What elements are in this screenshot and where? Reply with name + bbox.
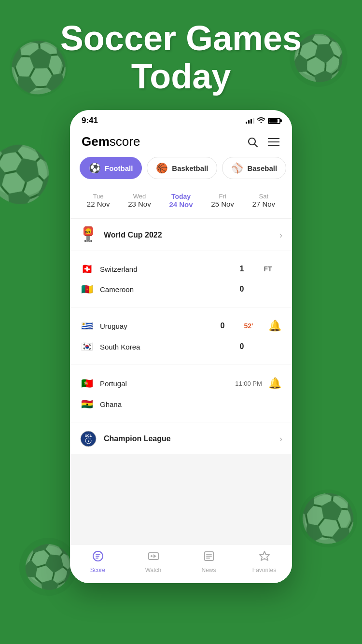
tab-basketball-label: Basketball [172,164,208,172]
date-sat[interactable]: Sat 27 Nov [249,191,279,210]
match-row-cameroon: 🇨🇲 Cameroon 0 [80,279,282,299]
hero-title: Soccer Games Today [60,19,302,96]
live-minute: 52' [244,322,253,330]
ghana-name: Ghana [100,400,236,408]
nav-watch[interactable]: Watch [125,550,181,574]
tab-football-label: Football [105,164,133,172]
logo-bold: Gem [82,134,110,149]
match-live-status: 52' [234,322,263,330]
portugal-flag: 🇵🇹 [80,376,94,391]
nav-score[interactable]: Score [70,550,125,574]
date-today-num: 24 Nov [169,200,193,209]
tab-baseball[interactable]: ⚾ Baseball [222,157,286,179]
league-world-cup-info: WC 2022 World Cup 2022 [80,226,162,244]
score-nav-label: Score [90,567,105,574]
svg-point-18 [151,555,153,557]
date-selector: Tue 22 Nov Wed 23 Nov Today 24 Nov Fri 2… [70,187,292,219]
news-nav-label: News [201,567,216,574]
switzerland-score: 1 [236,265,248,273]
date-today-day: Today [171,193,191,200]
watch-nav-label: Watch [145,567,162,574]
portugal-bell-icon: 🔔 [268,377,281,390]
upcoming-time: 11:00 PM [235,380,262,387]
match-row-switzerland: 🇨🇭 Switzerland 1 FT [80,259,282,279]
date-tue-day: Tue [93,193,104,200]
date-wed-num: 23 Nov [128,200,151,208]
switzerland-flag: 🇨🇭 [80,262,94,276]
match-portugal-ghana: 🇵🇹 Portugal 11:00 PM 🔔 🇬🇭 Ghana [70,365,292,422]
menu-button[interactable] [267,135,280,149]
app-header: Gemscore [70,129,292,157]
tab-basketball[interactable]: 🏀 Basketball [147,157,217,179]
svg-text:WC: WC [85,230,92,234]
status-bar: 9:41 [70,110,292,129]
svg-line-1 [255,144,258,147]
battery-icon [268,118,280,124]
champion-league-name: Champion League [104,434,171,443]
score-nav-icon [92,550,104,565]
cameroon-score: 0 [236,285,248,294]
southkorea-score: 0 [236,342,248,351]
cameroon-flag: 🇨🇲 [80,282,94,296]
match-uruguay-southkorea: 🇺🇾 Uruguay 0 52' 🔔 🇰🇷 South Korea 0 [70,308,292,364]
match-upcoming-status: 11:00 PM [234,380,263,387]
date-tue[interactable]: Tue 22 Nov [83,191,114,210]
cameroon-name: Cameroon [100,285,236,294]
world-cup-name: World Cup 2022 [104,231,162,239]
bell-icon: 🔔 [268,320,281,332]
favorites-nav-icon [259,550,270,565]
uruguay-bell-button[interactable]: 🔔 [267,318,282,334]
bottom-nav: Score Watch News [70,544,292,583]
nav-favorites[interactable]: Favorites [237,550,292,574]
date-sat-day: Sat [259,193,269,200]
southkorea-flag: 🇰🇷 [80,339,94,354]
watch-nav-icon [148,550,159,565]
date-fri[interactable]: Fri 25 Nov [207,191,238,210]
match-switzerland-cameroon: 🇨🇭 Switzerland 1 FT 🇨🇲 Cameroon 0 [70,251,292,307]
match-row-ghana: 🇬🇭 Ghana [80,394,282,414]
match-row-uruguay: 🇺🇾 Uruguay 0 52' 🔔 [80,315,282,336]
status-time: 9:41 [82,116,98,126]
match-status-ft: FT [253,265,282,273]
champion-logo: UCL ★ [80,430,97,448]
uruguay-score: 0 [217,322,228,330]
app-logo: Gemscore [82,134,140,149]
switzerland-name: Switzerland [100,265,236,273]
svg-point-12 [81,431,96,447]
uruguay-name: Uruguay [100,322,217,330]
world-cup-chevron: › [279,230,282,240]
champion-chevron: › [279,434,282,444]
date-fri-num: 25 Nov [211,200,234,208]
date-wed[interactable]: Wed 23 Nov [124,191,155,210]
baseball-icon: ⚾ [231,162,243,174]
ft-status: FT [264,265,272,273]
tab-baseball-label: Baseball [247,164,277,172]
date-sat-num: 27 Nov [252,200,276,208]
nav-news[interactable]: News [181,550,237,574]
league-champion-info: UCL ★ Champion League [80,430,171,448]
date-today[interactable]: Today 24 Nov [165,191,196,210]
portugal-name: Portugal [100,379,217,388]
football-icon: ⚽ [89,162,101,174]
portugal-bell-button[interactable]: 🔔 [267,376,282,391]
world-cup-logo: WC 2022 [80,226,97,244]
svg-text:UCL: UCL [85,434,92,437]
basketball-icon: 🏀 [156,162,168,174]
uruguay-flag: 🇺🇾 [80,319,94,333]
svg-text:★: ★ [87,440,90,443]
favorites-nav-label: Favorites [252,567,276,574]
search-button[interactable] [246,135,259,149]
league-champion-header[interactable]: UCL ★ Champion League › [70,422,292,454]
southkorea-name: South Korea [100,343,236,351]
tab-football[interactable]: ⚽ Football [80,157,142,179]
header-action-icons [246,135,280,149]
wifi-icon [257,117,265,125]
signal-icon [246,118,254,124]
phone-mockup: 9:41 Gemscore [70,110,292,583]
content-scroll[interactable]: WC 2022 World Cup 2022 › 🇨🇭 Switzerland … [70,219,292,544]
date-wed-day: Wed [133,193,146,200]
ghana-flag: 🇬🇭 [80,397,94,411]
league-world-cup-header[interactable]: WC 2022 World Cup 2022 › [70,219,292,251]
news-nav-icon [203,550,215,565]
date-tue-num: 22 Nov [87,200,110,208]
